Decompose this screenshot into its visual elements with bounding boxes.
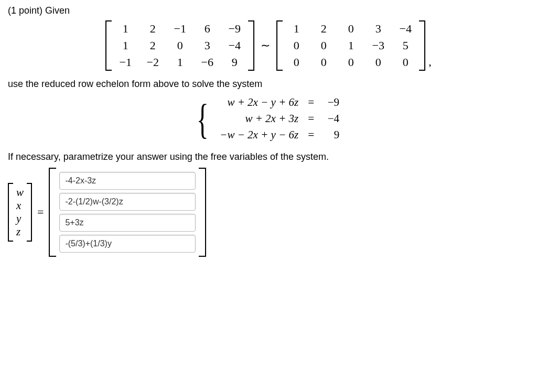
right-bracket <box>248 20 254 71</box>
var-w: w <box>16 186 24 199</box>
answer-x-input[interactable] <box>59 193 196 211</box>
right-bracket <box>27 183 32 242</box>
eq3-eq: = <box>304 127 318 143</box>
trailing-comma: , <box>425 55 432 71</box>
var-x: x <box>16 199 24 212</box>
var-y: y <box>16 212 24 225</box>
eq3-lhs: −w − 2x + y − 6z <box>216 127 303 143</box>
eq2-eq: = <box>304 111 318 126</box>
eq1-rhs: −9 <box>319 95 343 110</box>
left-bracket <box>105 20 112 71</box>
var-z: z <box>16 225 24 238</box>
eq2-lhs: w + 2x + 3z <box>216 111 303 126</box>
equals-sign: = <box>32 205 49 219</box>
matrix-A: 12−16−9 1203−4 −1−21−69 <box>112 20 248 71</box>
left-bracket <box>49 168 56 257</box>
tilde-symbol: ∼ <box>254 39 276 52</box>
matrix-B: 1203−4 001−35 00000 <box>283 20 419 71</box>
answer-y-input[interactable] <box>59 214 196 232</box>
eq3-rhs: 9 <box>319 127 343 143</box>
points-header: (1 point) Given <box>8 5 529 16</box>
instruction-1: use the reduced row echelon form above t… <box>8 79 529 90</box>
right-bracket <box>419 20 425 71</box>
instruction-2: If necessary, parametrize your answer us… <box>8 151 529 162</box>
answer-vector-equation: w x y z = <box>8 168 529 257</box>
answer-w-input[interactable] <box>59 172 196 190</box>
answer-z-input[interactable] <box>59 235 196 253</box>
eq1-eq: = <box>304 95 318 110</box>
equation-system: { w + 2x − y + 6z = −9 w + 2x + 3z = −4 … <box>8 94 529 144</box>
eq1-lhs: w + 2x − y + 6z <box>216 95 303 110</box>
left-bracket <box>276 20 283 71</box>
matrix-equivalence: 12−16−9 1203−4 −1−21−69 ∼ 1203−4 001−35 … <box>8 20 529 71</box>
left-brace: { <box>197 98 209 140</box>
left-bracket <box>8 183 13 242</box>
variable-labels: w x y z <box>13 183 27 242</box>
right-bracket <box>199 168 206 257</box>
eq2-rhs: −4 <box>319 111 343 126</box>
